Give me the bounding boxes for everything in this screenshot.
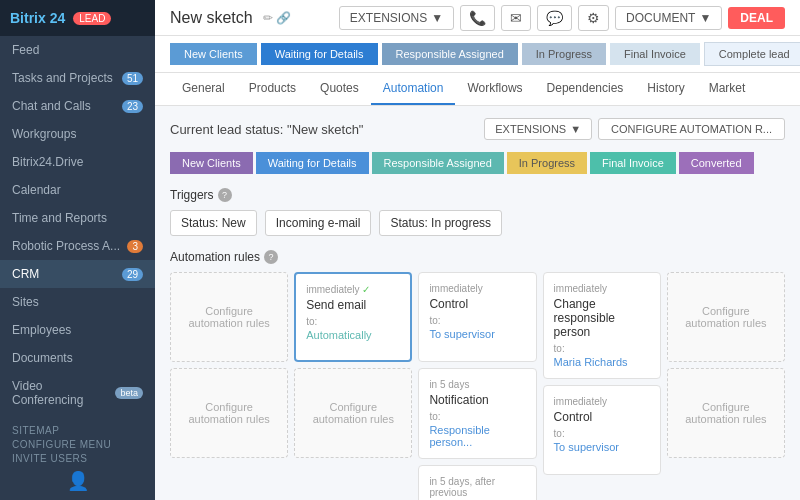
rule-column-1: immediately ✓ Send email to: Automatical… <box>294 272 412 500</box>
rule-to-label: to: <box>429 411 525 422</box>
rule-name: Control <box>429 297 525 311</box>
page-title: New sketch <box>170 9 253 27</box>
sitemap-link[interactable]: SITEMAP <box>12 425 143 436</box>
configure-menu-link[interactable]: CONFIGURE MENU <box>12 439 143 450</box>
chevron-down-icon: ▼ <box>699 11 711 25</box>
rule-column-3: immediately Change responsible person to… <box>543 272 661 500</box>
sidebar-badge: 29 <box>122 268 143 281</box>
rule-to-value[interactable]: To supervisor <box>554 441 650 453</box>
trigger-status-new[interactable]: Status: New <box>170 210 257 236</box>
rule-card-configure-4a[interactable]: Configure automation rules <box>667 272 785 362</box>
topbar: New sketch ✏ 🔗 EXTENSIONS ▼ 📞 ✉ 💬 ⚙ DOCU… <box>155 0 800 36</box>
edit-title-icon[interactable]: ✏ 🔗 <box>263 11 291 25</box>
rule-name: Control <box>554 410 650 424</box>
sidebar-item-feed[interactable]: Feed <box>0 36 155 64</box>
rule-timing: in 5 days, after previous <box>429 476 525 498</box>
pipeline-stage-final-invoice[interactable]: Final Invoice <box>610 43 700 65</box>
rule-card-add-message-2c[interactable]: in 5 days, after previous Add message to… <box>418 465 536 500</box>
content-area: Current lead status: "New sketch" EXTENS… <box>155 106 800 500</box>
auto-stage-converted[interactable]: Converted <box>679 152 754 174</box>
sidebar: Bitrix 24 LEAD Feed Tasks and Projects 5… <box>0 0 155 500</box>
sidebar-item-label: Tasks and Projects <box>12 71 113 85</box>
settings-button[interactable]: ⚙ <box>578 5 609 31</box>
extensions-button[interactable]: EXTENSIONS ▼ <box>339 6 454 30</box>
tab-general[interactable]: General <box>170 73 237 105</box>
pipeline-stage-waiting[interactable]: Waiting for Details <box>261 43 378 65</box>
rule-to-value[interactable]: Maria Richards <box>554 356 650 368</box>
rule-card-configure-4b[interactable]: Configure automation rules <box>667 368 785 458</box>
sidebar-item-label: Robotic Process A... <box>12 239 120 253</box>
sidebar-item-time-reports[interactable]: Time and Reports <box>0 204 155 232</box>
email-button[interactable]: ✉ <box>501 5 531 31</box>
auto-stage-waiting[interactable]: Waiting for Details <box>256 152 369 174</box>
phone-button[interactable]: 📞 <box>460 5 495 31</box>
auto-stage-final-invoice[interactable]: Final Invoice <box>590 152 676 174</box>
chat-button[interactable]: 💬 <box>537 5 572 31</box>
tab-workflows[interactable]: Workflows <box>455 73 534 105</box>
rule-to-label: to: <box>554 428 650 439</box>
sidebar-item-chat[interactable]: Chat and Calls 23 <box>0 92 155 120</box>
rule-name: Send email <box>306 298 400 312</box>
pipeline-stage-responsible[interactable]: Responsible Assigned <box>382 43 518 65</box>
rule-card-configure-0a[interactable]: Configure automation rules <box>170 272 288 362</box>
sidebar-item-label: Chat and Calls <box>12 99 91 113</box>
auto-stage-in-progress[interactable]: In Progress <box>507 152 587 174</box>
sidebar-item-drive[interactable]: Bitrix24.Drive <box>0 148 155 176</box>
sidebar-badge: 3 <box>127 240 143 253</box>
rule-card-send-email[interactable]: immediately ✓ Send email to: Automatical… <box>294 272 412 362</box>
automation-pipeline: New Clients Waiting for Details Responsi… <box>170 152 785 174</box>
sidebar-item-label: Feed <box>12 43 39 57</box>
rule-to-value[interactable]: Responsible person... <box>429 424 525 448</box>
document-button[interactable]: DOCUMENT ▼ <box>615 6 722 30</box>
sidebar-item-sites[interactable]: Sites <box>0 288 155 316</box>
tab-market[interactable]: Market <box>697 73 758 105</box>
pipeline-stage-new-clients[interactable]: New Clients <box>170 43 257 65</box>
tab-products[interactable]: Products <box>237 73 308 105</box>
triggers-info-icon[interactable]: ? <box>218 188 232 202</box>
rule-card-configure-0b[interactable]: Configure automation rules <box>170 368 288 458</box>
rule-card-control-2a[interactable]: immediately Control to: To supervisor <box>418 272 536 362</box>
rule-to-value[interactable]: To supervisor <box>429 328 525 340</box>
tab-history[interactable]: History <box>635 73 696 105</box>
trigger-incoming-email[interactable]: Incoming e-mail <box>265 210 372 236</box>
sidebar-item-label: Bitrix24.Drive <box>12 155 83 169</box>
sidebar-item-calendar[interactable]: Calendar <box>0 176 155 204</box>
rule-card-notification-2b[interactable]: in 5 days Notification to: Responsible p… <box>418 368 536 459</box>
rule-timing: immediately <box>554 396 650 407</box>
sidebar-item-robotic[interactable]: Robotic Process A... 3 <box>0 232 155 260</box>
pipeline-stage-complete[interactable]: Complete lead <box>704 42 800 66</box>
invite-users-link[interactable]: INVITE USERS <box>12 453 143 464</box>
extensions-sm-button[interactable]: EXTENSIONS ▼ <box>484 118 592 140</box>
rule-column-4: Configure automation rules Configure aut… <box>667 272 785 500</box>
sidebar-item-workgroups[interactable]: Workgroups <box>0 120 155 148</box>
tab-dependencies[interactable]: Dependencies <box>535 73 636 105</box>
automation-rules-info-icon[interactable]: ? <box>264 250 278 264</box>
rule-card-change-responsible-3a[interactable]: immediately Change responsible person to… <box>543 272 661 379</box>
deal-button[interactable]: DEAL <box>728 7 785 29</box>
trigger-status-progress[interactable]: Status: In progress <box>379 210 502 236</box>
sidebar-item-crm[interactable]: CRM 29 <box>0 260 155 288</box>
sidebar-item-tasks[interactable]: Tasks and Projects 51 <box>0 64 155 92</box>
tab-quotes[interactable]: Quotes <box>308 73 371 105</box>
sidebar-item-video[interactable]: Video Conferencing beta <box>0 372 155 414</box>
rule-to-label: to: <box>429 315 525 326</box>
sidebar-item-documents[interactable]: Documents <box>0 344 155 372</box>
automation-rules-grid: Configure automation rules Configure aut… <box>170 272 785 500</box>
status-bar: Current lead status: "New sketch" EXTENS… <box>170 118 785 140</box>
sidebar-item-label: Video Conferencing <box>12 379 109 407</box>
auto-stage-responsible[interactable]: Responsible Assigned <box>372 152 504 174</box>
rule-to-value[interactable]: Automatically <box>306 329 400 341</box>
user-avatar-icon: 👤 <box>67 471 89 491</box>
sidebar-item-label: Calendar <box>12 183 61 197</box>
configure-automation-button[interactable]: CONFIGURE AUTOMATION R... <box>598 118 785 140</box>
pipeline-stage-in-progress[interactable]: In Progress <box>522 43 606 65</box>
auto-stage-new-clients[interactable]: New Clients <box>170 152 253 174</box>
tab-automation[interactable]: Automation <box>371 73 456 105</box>
sidebar-item-label: Documents <box>12 351 73 365</box>
rule-card-configure-1b[interactable]: Configure automation rules <box>294 368 412 458</box>
sidebar-item-employees[interactable]: Employees <box>0 316 155 344</box>
rule-timing: in 5 days <box>429 379 525 390</box>
rule-card-control-3b[interactable]: immediately Control to: To supervisor <box>543 385 661 475</box>
chevron-down-icon: ▼ <box>570 123 581 135</box>
sidebar-badge: 51 <box>122 72 143 85</box>
